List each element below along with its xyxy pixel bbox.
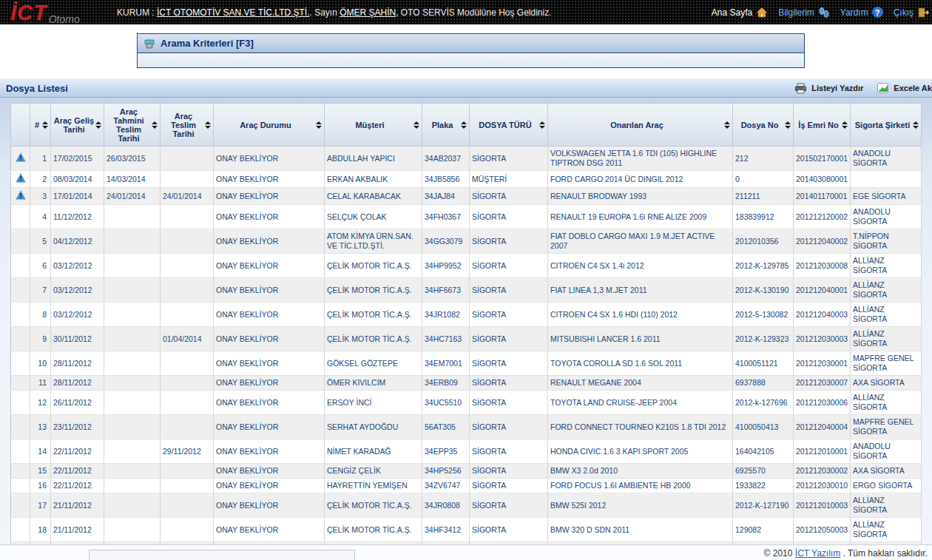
search-criteria-header[interactable]: Arama Kriterleri [F3] <box>138 34 804 53</box>
sort-arrows-icon[interactable] <box>152 121 158 129</box>
table-row[interactable]: 1522/11/2012ONAY BEKLİYORCENGİZ ÇELİK34H… <box>11 464 922 479</box>
sort-arrows-icon[interactable] <box>95 121 101 129</box>
column-header-durum[interactable]: Araç Durumu <box>214 104 325 146</box>
cell-plaka: 34FH0367 <box>422 205 470 229</box>
cell-warn <box>11 493 30 518</box>
sort-arrows-icon[interactable] <box>539 121 545 129</box>
table-row[interactable]: 1128/11/2012ONAY BEKLİYORÖMER KIVILCIM34… <box>11 376 922 391</box>
table-row[interactable]: 1622/11/2012ONAY BEKLİYORHAYRETTİN YEMİŞ… <box>11 479 922 493</box>
table-row[interactable]: 504/12/2012ONAY BEKLİYORATOM KİMYA ÜRN.S… <box>11 229 922 254</box>
cell-onarilan: CITROEN C4 SX 1.4i 2012 <box>548 254 733 278</box>
home-icon <box>756 7 768 18</box>
nav-my-info[interactable]: Bilgilerim <box>778 7 830 18</box>
copyright-link[interactable]: İCT Yazılım <box>795 548 840 559</box>
column-header-dosya_no[interactable]: Dosya No <box>733 104 794 146</box>
cell-dosya_no: 2012-5-130082 <box>733 303 794 327</box>
sort-arrows-icon[interactable] <box>461 121 467 129</box>
cell-durum: ONAY BEKLİYOR <box>214 205 325 229</box>
cell-num: 18 <box>30 518 51 542</box>
cell-sigorta: ALLİANZ SİGORTA <box>851 303 922 327</box>
welcome-text: KURUM : İCT OTOMOTİV SAN.VE TİC.LTD.ŞTİ.… <box>117 7 712 18</box>
sort-arrows-icon[interactable] <box>913 121 919 129</box>
cell-gelis: 03/12/2012 <box>51 254 104 278</box>
cell-warn <box>11 479 30 493</box>
app-logo[interactable]: İCT Otomo <box>0 1 117 24</box>
column-header-turu[interactable]: DOSYA TÜRÜ <box>470 104 548 146</box>
table-row[interactable]: 1028/11/2012ONAY BEKLİYORGÖKSEL GÖZTEPE3… <box>11 351 922 376</box>
cell-num: 17 <box>30 493 51 518</box>
cell-onarilan: MITSUBISHI LANCER 1.6 2011 <box>548 327 733 351</box>
cell-tahmini <box>104 439 161 464</box>
column-header-plaka[interactable]: Plaka <box>422 104 470 146</box>
column-header-tahmini[interactable]: Araç Tahmini Teslim Tarihi <box>104 104 161 146</box>
cell-tahmini <box>104 493 161 518</box>
dosya-table: #Araç Geliş TarihiAraç Tahmini Teslim Ta… <box>10 103 922 560</box>
cell-is_emri: 201212010001 <box>794 439 851 464</box>
column-header-teslim[interactable]: Araç Teslim Tarihi <box>161 104 214 146</box>
sort-arrows-icon[interactable] <box>316 121 322 129</box>
sort-arrows-icon[interactable] <box>413 121 419 129</box>
cell-teslim <box>161 278 214 303</box>
cell-dosya_no: 4100050413 <box>733 415 794 439</box>
column-header-is_emri[interactable]: İş Emri No <box>794 104 851 146</box>
table-row[interactable]: 1821/11/2012ONAY BEKLİYORÇELİK MOTOR TİC… <box>11 518 922 542</box>
column-header-musteri[interactable]: Müşteri <box>325 104 422 146</box>
nav-home[interactable]: Ana Sayfa <box>712 7 768 18</box>
drawer-icon <box>143 38 155 50</box>
nav-help[interactable]: Yardım ? <box>840 7 883 18</box>
cell-num: 9 <box>30 327 51 351</box>
column-header-row-number[interactable]: # <box>30 104 51 146</box>
cell-onarilan: HONDA CIVIC 1.6 3 KAPI SPORT 2005 <box>548 439 733 464</box>
cell-gelis: 30/11/2012 <box>51 327 104 351</box>
table-row[interactable]: 603/12/2012ONAY BEKLİYORÇELİK MOTOR TİC.… <box>11 254 922 278</box>
column-header-gelis[interactable]: Araç Geliş Tarihi <box>51 104 104 146</box>
column-header-sigorta[interactable]: Sigorta Şirketi <box>851 104 922 146</box>
cell-warn <box>11 464 30 479</box>
cell-tahmini <box>104 479 161 493</box>
cell-sigorta: T.NİPPON SİGORTA <box>851 229 922 254</box>
search-criteria-panel: Arama Kriterleri [F3] <box>137 33 805 68</box>
table-row[interactable]: 703/12/2012ONAY BEKLİYORÇELİK MOTOR TİC.… <box>11 278 922 303</box>
table-row[interactable]: 1721/11/2012ONAY BEKLİYORÇELİK MOTOR TİC… <box>11 493 922 518</box>
table-row[interactable]: 208/03/201414/03/2014ONAY BEKLİYORERKAN … <box>11 171 922 188</box>
messages-widget: Okunmamış adet mesajınız Yeni Mesaj Yaz <box>89 550 355 560</box>
cell-num: 7 <box>30 278 51 303</box>
cell-sigorta: ANADOLU SİGORTA <box>851 146 922 171</box>
cell-teslim <box>161 205 214 229</box>
sort-arrows-icon[interactable] <box>42 121 48 129</box>
cell-tahmini: 24/01/2014 <box>104 188 161 205</box>
bottom-bar: Okunmamış adet mesajınız Yeni Mesaj Yaz … <box>0 544 932 560</box>
table-row[interactable]: 117/02/201526/03/2015ONAY BEKLİYORABDULL… <box>11 146 922 171</box>
nav-my-info-label: Bilgilerim <box>778 7 814 18</box>
table-row[interactable]: 1422/11/201229/11/2012ONAY BEKLİYORNİMET… <box>11 439 922 464</box>
company-link[interactable]: İCT OTOMOTİV SAN.VE TİC.LTD.ŞTİ. <box>157 7 309 18</box>
sort-arrows-icon[interactable] <box>842 121 848 129</box>
cell-teslim: 01/04/2014 <box>161 327 214 351</box>
sort-arrows-icon[interactable] <box>724 121 730 129</box>
cell-tahmini <box>104 327 161 351</box>
column-header-onarilan[interactable]: Onarılan Araç <box>548 104 733 146</box>
table-row[interactable]: 317/01/201424/01/201424/01/2014ONAY BEKL… <box>11 188 922 205</box>
column-header-warn <box>11 104 30 146</box>
sort-arrows-icon[interactable] <box>785 121 791 129</box>
table-row[interactable]: 1226/11/2012ONAY BEKLİYORERSOY İNCİ34UC5… <box>11 391 922 415</box>
print-list-button[interactable]: Listeyi Yazdır <box>794 83 863 94</box>
warning-icon[interactable] <box>16 190 26 200</box>
table-row[interactable]: 411/12/2012ONAY BEKLİYORSELÇUK ÇOLAK34FH… <box>11 205 922 229</box>
cell-is_emri: 201212030010 <box>794 479 851 493</box>
table-row[interactable]: 930/11/201201/04/2014ONAY BEKLİYORÇELİK … <box>11 327 922 351</box>
table-row[interactable]: 803/12/2012ONAY BEKLİYORÇELİK MOTOR TİC.… <box>11 303 922 327</box>
cell-tahmini <box>104 376 161 391</box>
user-link[interactable]: ÖMER ŞAHİN <box>340 7 396 18</box>
export-excel-button[interactable]: Excele Aktar <box>877 82 932 94</box>
warning-icon[interactable] <box>16 173 26 183</box>
table-row[interactable]: 1323/11/2012ONAY BEKLİYORSERHAT AYDOĞDU5… <box>11 415 922 439</box>
cell-dosya_no: 2012-K-127190 <box>733 493 794 518</box>
logo-subtext: Otomo <box>49 13 80 25</box>
sort-arrows-icon[interactable] <box>205 121 211 129</box>
warning-icon[interactable] <box>16 152 26 162</box>
cell-gelis: 22/11/2012 <box>51 479 104 493</box>
cell-plaka: 34ERB09 <box>422 376 470 391</box>
nav-logout[interactable]: Çıkış <box>894 7 929 18</box>
cell-gelis: 08/03/2014 <box>51 171 104 188</box>
